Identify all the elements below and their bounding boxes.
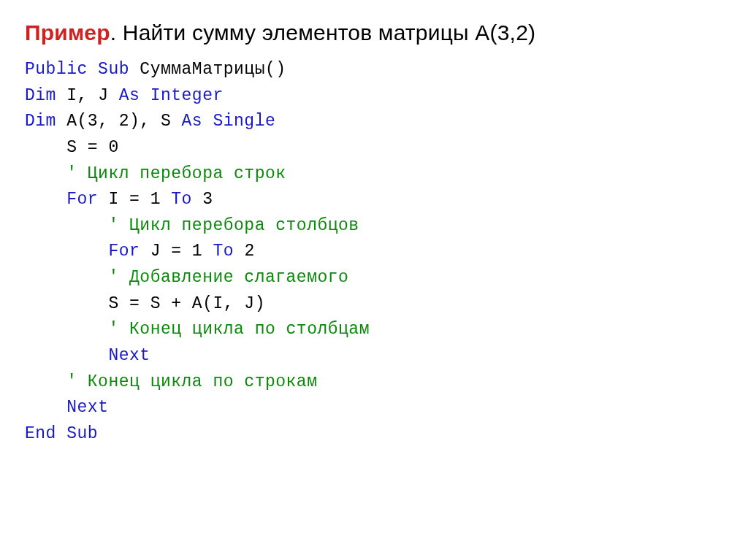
for-j: J = 1: [150, 242, 213, 261]
for-i: I = 1: [108, 190, 171, 209]
kw-as-integer: As Integer: [119, 86, 224, 105]
code-line-10: S = S + A(I, J): [25, 291, 723, 318]
code-line-14: Next: [25, 395, 723, 421]
code-line-7: ' Цикл перебора столбцов: [25, 213, 723, 239]
code-line-9: ' Добавление слагаемого: [25, 265, 723, 291]
code-block: Public Sub СуммаМатрицы()Dim I, J As Int…: [25, 57, 723, 448]
code-line-2: Dim I, J As Integer: [25, 83, 723, 110]
kw-for: For: [66, 190, 108, 209]
proc-name: СуммаМатрицы(): [140, 60, 286, 79]
code-line-3: Dim A(3, 2), S As Single: [25, 109, 723, 135]
comment-end-cols: ' Конец цикла по столбцам: [25, 320, 370, 339]
slide-content: Пример. Найти сумму элементов матрицы A(…: [0, 0, 748, 468]
lit-3: 3: [202, 190, 213, 209]
code-line-11: ' Конец цикла по столбцам: [25, 317, 723, 343]
comment-add: ' Добавление слагаемого: [25, 268, 348, 287]
kw-next: Next: [66, 398, 108, 417]
indent: [25, 346, 108, 365]
kw-public-sub: Public Sub: [25, 60, 140, 79]
kw-to: To: [213, 242, 244, 261]
code-line-15: End Sub: [25, 421, 723, 448]
lit-2: 2: [244, 242, 254, 261]
title-keyword: Пример: [25, 20, 110, 45]
title-line: Пример. Найти сумму элементов матрицы A(…: [25, 20, 723, 45]
code-line-12: Next: [25, 343, 723, 369]
vars-ij: I, J: [66, 86, 119, 105]
kw-dim: Dim: [25, 86, 66, 105]
indent: [25, 190, 66, 209]
indent: [25, 242, 108, 261]
vars-as: A(3, 2), S: [66, 112, 181, 131]
kw-end-sub: End Sub: [25, 424, 98, 443]
code-line-13: ' Конец цикла по строкам: [25, 369, 723, 396]
code-line-4: S = 0: [25, 135, 723, 161]
assign-s0: S = 0: [25, 138, 119, 157]
kw-to: To: [171, 190, 202, 209]
kw-for: For: [108, 242, 150, 261]
code-line-1: Public Sub СуммаМатрицы(): [25, 57, 723, 83]
kw-dim: Dim: [25, 112, 66, 131]
code-line-8: For J = 1 To 2: [25, 239, 723, 265]
comment-cols: ' Цикл перебора столбцов: [25, 216, 359, 235]
assign-sum: S = S + A(I, J): [25, 294, 265, 313]
comment-end-rows: ' Конец цикла по строкам: [25, 372, 317, 391]
indent: [25, 398, 66, 417]
code-line-6: For I = 1 To 3: [25, 187, 723, 213]
kw-as-single: As Single: [182, 112, 276, 131]
comment-rows: ' Цикл перебора строк: [25, 164, 286, 183]
kw-next: Next: [108, 346, 150, 365]
code-line-5: ' Цикл перебора строк: [25, 161, 723, 188]
title-rest: . Найти сумму элементов матрицы A(3,2): [110, 20, 535, 45]
